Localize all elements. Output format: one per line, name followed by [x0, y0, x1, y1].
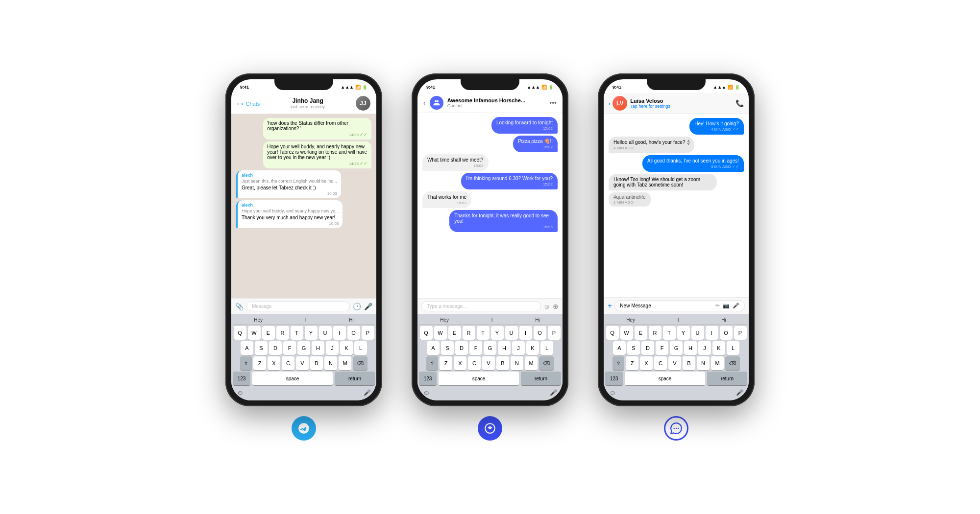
mic-icon-1[interactable]: 🎤 [364, 303, 372, 310]
key-i-2[interactable]: I [519, 326, 532, 340]
key-c-3[interactable]: C [654, 356, 667, 370]
key-y-3[interactable]: Y [677, 326, 690, 340]
key-r-1[interactable]: R [276, 326, 289, 340]
key-a-3[interactable]: A [613, 341, 626, 355]
back-button-1[interactable]: ‹ < Chats [237, 100, 260, 107]
key-n-1[interactable]: N [324, 356, 337, 370]
key-space-1[interactable]: space [252, 372, 333, 385]
contact-info-3[interactable]: Luisa Veloso Tap here for settings [630, 98, 735, 109]
key-x-3[interactable]: X [640, 356, 653, 370]
suggestion-hi-2[interactable]: Hi [535, 317, 539, 323]
key-return-3[interactable]: return [707, 372, 747, 385]
key-f-1[interactable]: F [283, 341, 296, 355]
key-u-1[interactable]: U [319, 326, 332, 340]
key-g-1[interactable]: G [297, 341, 310, 355]
key-b-1[interactable]: B [310, 356, 323, 370]
suggestion-hi-3[interactable]: Hi [721, 317, 726, 323]
key-return-1[interactable]: return [335, 372, 375, 385]
key-t-1[interactable]: T [291, 326, 303, 340]
key-k-2[interactable]: K [526, 341, 539, 355]
plus-icon-2[interactable]: ⊕ [553, 303, 559, 310]
key-m-2[interactable]: M [525, 356, 538, 370]
key-shift-1[interactable]: ⇧ [240, 356, 252, 370]
key-y-2[interactable]: Y [491, 326, 504, 340]
key-shift-3[interactable]: ⇧ [612, 356, 624, 370]
key-p-1[interactable]: P [362, 326, 374, 340]
avatar-3[interactable]: LV [612, 96, 627, 111]
key-s-2[interactable]: S [441, 341, 454, 355]
key-k-1[interactable]: K [340, 341, 353, 355]
key-return-2[interactable]: return [521, 372, 561, 385]
key-m-1[interactable]: M [339, 356, 351, 370]
key-i-1[interactable]: I [333, 326, 346, 340]
key-c-2[interactable]: C [468, 356, 481, 370]
key-q-3[interactable]: Q [606, 326, 619, 340]
key-space-3[interactable]: space [625, 372, 705, 385]
chats-label[interactable]: < Chats [241, 101, 260, 107]
emoji-icon-kb-3[interactable]: ☺ [609, 389, 616, 397]
key-w-1[interactable]: W [248, 326, 261, 340]
attach-icon-1[interactable]: 📎 [235, 303, 244, 310]
mic-icon-3[interactable]: 🎤 [733, 303, 739, 309]
key-x-1[interactable]: X [268, 356, 280, 370]
suggestion-hey-2[interactable]: Hey [440, 317, 449, 323]
key-o-1[interactable]: O [347, 326, 360, 340]
key-delete-3[interactable]: ⌫ [725, 356, 740, 370]
key-delete-2[interactable]: ⌫ [539, 356, 554, 370]
key-u-3[interactable]: U [691, 326, 704, 340]
key-g-3[interactable]: G [670, 341, 683, 355]
key-s-1[interactable]: S [255, 341, 268, 355]
mic-icon-kb-3[interactable]: 🎤 [736, 389, 743, 396]
key-z-1[interactable]: Z [253, 356, 266, 370]
key-shift-2[interactable]: ⇧ [426, 356, 438, 370]
key-z-3[interactable]: Z [626, 356, 638, 370]
key-l-3[interactable]: L [727, 341, 739, 355]
back-button-2[interactable]: ‹ [423, 99, 426, 107]
key-v-2[interactable]: V [482, 356, 495, 370]
key-n-2[interactable]: N [511, 356, 523, 370]
clock-icon-1[interactable]: 🕐 [353, 303, 361, 310]
suggestion-hi-1[interactable]: Hi [349, 317, 353, 323]
key-l-1[interactable]: L [354, 341, 367, 355]
key-e-2[interactable]: E [448, 326, 461, 340]
key-p-2[interactable]: P [548, 326, 561, 340]
key-h-3[interactable]: H [684, 341, 697, 355]
back-button-3[interactable]: ‹ [609, 100, 611, 107]
emoji-icon-2[interactable]: ☺ [543, 303, 550, 310]
message-input-1[interactable]: Message [246, 301, 350, 311]
key-i-3[interactable]: I [706, 326, 718, 340]
key-delete-1[interactable]: ⌫ [353, 356, 368, 370]
key-w-2[interactable]: W [434, 326, 447, 340]
key-d-2[interactable]: D [455, 341, 468, 355]
key-123-2[interactable]: 123 [419, 372, 437, 385]
key-t-2[interactable]: T [477, 326, 490, 340]
key-o-2[interactable]: O [534, 326, 546, 340]
mic-icon-kb-1[interactable]: 🎤 [364, 389, 371, 396]
key-h-1[interactable]: H [312, 341, 324, 355]
key-j-3[interactable]: J [698, 341, 711, 355]
contact-info-1[interactable]: Jinho Jang last seen recently [264, 97, 352, 109]
suggestion-i-2[interactable]: I [491, 317, 493, 323]
key-n-3[interactable]: N [697, 356, 710, 370]
key-p-3[interactable]: P [734, 326, 747, 340]
key-t-3[interactable]: T [663, 326, 676, 340]
key-v-1[interactable]: V [296, 356, 309, 370]
key-m-3[interactable]: M [711, 356, 724, 370]
camera-icon-3[interactable]: 📷 [723, 303, 730, 309]
key-b-2[interactable]: B [496, 356, 509, 370]
key-d-3[interactable]: D [641, 341, 654, 355]
emoji-icon-kb-2[interactable]: ☺ [423, 389, 430, 397]
phone-call-icon-3[interactable]: 📞 [735, 99, 744, 107]
mic-icon-kb-2[interactable]: 🎤 [550, 389, 557, 396]
suggestion-hey-1[interactable]: Hey [254, 317, 263, 323]
key-123-3[interactable]: 123 [605, 372, 623, 385]
key-l-2[interactable]: L [540, 341, 553, 355]
key-123-1[interactable]: 123 [233, 372, 250, 385]
key-q-1[interactable]: Q [234, 326, 246, 340]
key-y-1[interactable]: Y [305, 326, 318, 340]
handwriting-icon-3[interactable]: ✏ [715, 303, 720, 309]
key-u-2[interactable]: U [505, 326, 518, 340]
key-z-2[interactable]: Z [440, 356, 452, 370]
key-f-2[interactable]: F [469, 341, 482, 355]
key-space-2[interactable]: space [439, 372, 519, 385]
